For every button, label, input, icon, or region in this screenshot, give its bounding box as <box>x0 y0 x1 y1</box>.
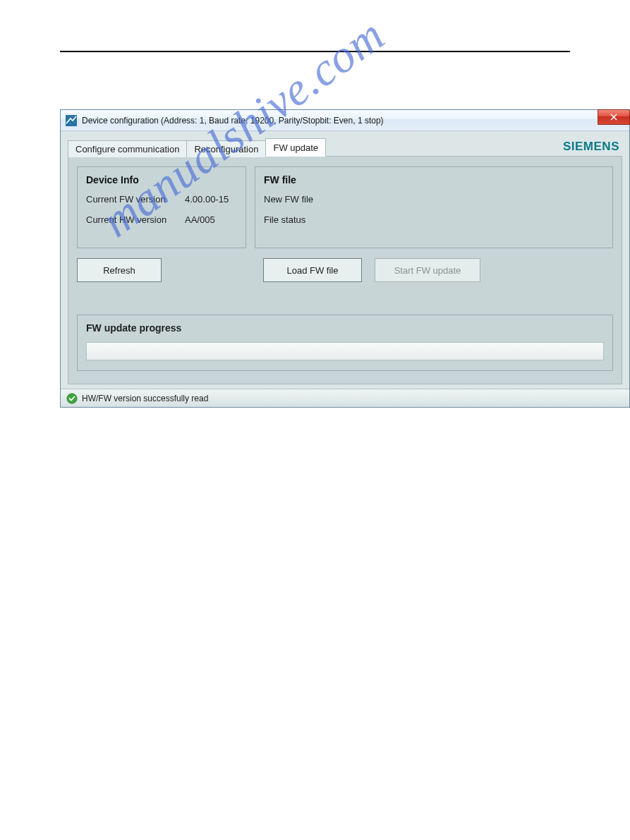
value-current-hw: AA/005 <box>185 214 215 225</box>
progress-bar <box>86 342 604 360</box>
svg-rect-0 <box>66 115 77 126</box>
tab-page-fw-update: Device Info Current FW version 4.00.00-1… <box>68 156 622 384</box>
group-title: Device Info <box>86 174 237 185</box>
start-fw-update-button[interactable]: Start FW update <box>375 258 480 282</box>
button-label: Load FW file <box>287 265 339 276</box>
group-fw-file: FW file New FW file File status <box>255 166 613 248</box>
refresh-button[interactable]: Refresh <box>77 258 162 282</box>
window-title: Device configuration (Address: 1, Baud r… <box>82 116 384 126</box>
group-title: FW file <box>264 174 604 185</box>
window-close-button[interactable] <box>598 109 630 125</box>
label-new-fw-file: New FW file <box>264 194 363 205</box>
tab-configure-communication[interactable]: Configure communication <box>68 140 187 157</box>
client-area: Configure communication Reconfiguration … <box>61 131 629 389</box>
page-top-rule <box>60 51 570 52</box>
svg-point-1 <box>67 394 77 403</box>
titlebar[interactable]: Device configuration (Address: 1, Baud r… <box>61 110 629 131</box>
close-icon <box>610 112 617 123</box>
button-label: Start FW update <box>394 265 461 276</box>
group-fw-update-progress: FW update progress <box>77 315 613 371</box>
label-current-hw: Current HW version <box>86 214 185 225</box>
tab-label: Reconfiguration <box>194 144 258 154</box>
button-label: Refresh <box>103 265 135 276</box>
group-title: FW update progress <box>86 322 604 334</box>
app-icon <box>65 114 78 127</box>
tab-fw-update[interactable]: FW update <box>265 138 326 157</box>
tabstrip: Configure communication Reconfiguration … <box>68 138 622 157</box>
tab-label: Configure communication <box>75 144 179 154</box>
app-window: Device configuration (Address: 1, Baud r… <box>60 109 630 408</box>
value-current-fw: 4.00.00-15 <box>185 194 229 205</box>
tab-label: FW update <box>273 142 318 153</box>
group-device-info: Device Info Current FW version 4.00.00-1… <box>77 166 246 248</box>
brand-logo: SIEMENS <box>563 140 619 154</box>
success-icon <box>66 393 78 404</box>
load-fw-file-button[interactable]: Load FW file <box>263 258 362 282</box>
statusbar: HW/FW version successfully read <box>61 389 629 407</box>
label-file-status: File status <box>264 214 363 225</box>
status-text: HW/FW version successfully read <box>82 394 208 403</box>
tab-reconfiguration[interactable]: Reconfiguration <box>186 140 266 157</box>
label-current-fw: Current FW version <box>86 194 185 205</box>
